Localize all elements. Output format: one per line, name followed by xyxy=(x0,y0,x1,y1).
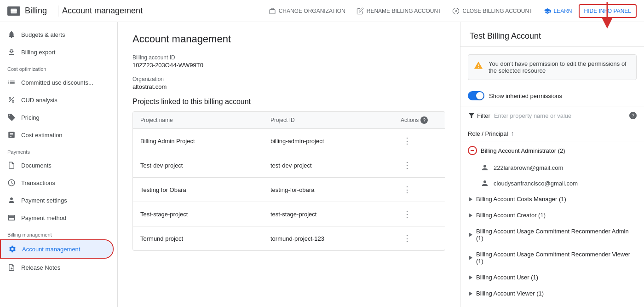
project-id-cell: test-dev-project xyxy=(270,162,401,169)
change-org-label: CHANGE ORGANIZATION xyxy=(279,8,345,14)
role-member: 222larabrown@gmail.com xyxy=(460,160,644,175)
learn-label: LEARN xyxy=(554,8,572,14)
table-row: Billing Admin Project billing-admin-proj… xyxy=(133,129,445,153)
svg-rect-2 xyxy=(270,9,275,13)
role-group-header-0[interactable]: Billing Account Administrator (2) xyxy=(460,141,644,160)
role-group: Billing Account Costs Manager (1) xyxy=(460,191,644,207)
role-group-header-4[interactable]: Billing Account Usage Commitment Recomme… xyxy=(460,246,644,269)
filter-input[interactable] xyxy=(494,112,626,119)
project-actions-cell: ⋮ xyxy=(401,208,437,220)
role-group-header-6[interactable]: Billing Account Viewer (1) xyxy=(460,285,644,301)
role-group-header-2[interactable]: Billing Account Creator (1) xyxy=(460,207,644,223)
role-group: Billing Account Administrator (2) 222lar… xyxy=(460,141,644,191)
sidebar-item-account-management[interactable]: Account management xyxy=(1,240,113,258)
role-group-header-5[interactable]: Billing Account User (1) xyxy=(460,269,644,285)
project-actions-cell: ⋮ xyxy=(401,232,437,245)
role-principal-header: Role / Principal ↑ xyxy=(460,125,644,141)
kebab-menu-button[interactable]: ⋮ xyxy=(401,134,414,147)
projects-section-title: Projects linked to this billing account xyxy=(132,98,445,106)
collapse-circle-icon xyxy=(468,146,477,155)
project-id-cell: test-stage-project xyxy=(270,211,401,218)
rename-billing-account-button[interactable]: RENAME BILLING ACCOUNT xyxy=(352,5,446,17)
billing-icon xyxy=(7,6,20,16)
info-panel-title: Test Billing Account xyxy=(460,22,644,47)
sidebar-item-release-notes[interactable]: Release Notes xyxy=(0,259,114,276)
sidebar-item-payment-method[interactable]: Payment method xyxy=(0,209,114,226)
svg-rect-1 xyxy=(11,10,17,11)
project-name-cell: Test-stage-project xyxy=(140,211,270,218)
project-id-cell: testing-for-obara xyxy=(270,186,401,193)
projects-table: Project name Project ID Actions ? Billin… xyxy=(132,111,445,251)
role-group: Billing Account Usage Commitment Recomme… xyxy=(460,246,644,269)
expand-icon xyxy=(469,213,472,218)
sidebar-item-transactions[interactable]: Transactions xyxy=(0,174,114,191)
role-group-header-3[interactable]: Billing Account Usage Commitment Recomme… xyxy=(460,223,644,246)
kebab-menu-button[interactable]: ⋮ xyxy=(401,159,414,172)
role-group-header-1[interactable]: Billing Account Costs Manager (1) xyxy=(460,191,644,207)
permission-warning-text: You don't have permission to edit the pe… xyxy=(489,60,631,74)
topbar-actions: CHANGE ORGANIZATION RENAME BILLING ACCOU… xyxy=(264,4,637,18)
topbar-billing-title: Billing xyxy=(25,6,47,16)
role-name: Billing Account Administrator (2) xyxy=(481,147,565,154)
role-name: Billing Account Costs Manager (1) xyxy=(476,196,566,203)
role-principal-label: Role / Principal xyxy=(468,130,508,137)
sidebar-item-billing-export[interactable]: Billing export xyxy=(0,43,114,61)
roles-list: Billing Account Administrator (2) 222lar… xyxy=(460,141,644,301)
role-name: Billing Account Usage Commitment Recomme… xyxy=(476,251,637,265)
person-member-icon xyxy=(481,179,489,187)
sort-icon[interactable]: ↑ xyxy=(511,130,514,137)
main-content: Account management Billing account ID 10… xyxy=(118,22,460,307)
layout: Budgets & alerts Billing export Cost opt… xyxy=(0,22,644,307)
show-inherited-toggle[interactable] xyxy=(468,91,484,100)
project-actions-cell: ⋮ xyxy=(401,159,437,172)
sidebar-item-cud[interactable]: CUD analysis xyxy=(0,91,114,109)
toggle-knob xyxy=(476,92,483,99)
sidebar-item-billing-export-label: Billing export xyxy=(21,49,55,56)
sidebar-item-pricing[interactable]: Pricing xyxy=(0,109,114,126)
kebab-menu-button[interactable]: ⋮ xyxy=(401,208,414,220)
card-icon xyxy=(7,214,16,222)
project-name-cell: Testing for Obara xyxy=(140,186,270,193)
cost-optimization-label: Cost optimization xyxy=(0,61,117,74)
sidebar-item-transactions-label: Transactions xyxy=(21,180,55,186)
organization-label: Organization xyxy=(132,76,445,82)
close-billing-account-button[interactable]: CLOSE BILLING ACCOUNT xyxy=(448,5,537,17)
sidebar-item-committed[interactable]: Committed use discounts... xyxy=(0,74,114,91)
hide-panel-label: HIDE INFO PANEL xyxy=(584,8,631,14)
sidebar-item-budgets[interactable]: Budgets & alerts xyxy=(0,26,114,43)
hide-info-panel-button[interactable]: HIDE INFO PANEL xyxy=(580,5,636,17)
list-icon xyxy=(7,78,16,87)
main-title: Account management xyxy=(132,33,445,45)
person-icon xyxy=(7,196,16,204)
sidebar-item-documents[interactable]: Documents xyxy=(0,156,114,174)
kebab-menu-button[interactable]: ⋮ xyxy=(401,232,414,245)
actions-help-icon[interactable]: ? xyxy=(420,116,428,124)
col-actions-header: Actions ? xyxy=(401,116,437,124)
role-group: Billing Account Usage Commitment Recomme… xyxy=(460,223,644,246)
project-rows-container: Billing Admin Project billing-admin-proj… xyxy=(133,129,445,250)
pencil-icon xyxy=(356,7,364,15)
show-inherited-row: Show inherited permissions xyxy=(460,87,644,106)
sidebar-item-payment-settings[interactable]: Payment settings xyxy=(0,191,114,209)
change-organization-button[interactable]: CHANGE ORGANIZATION xyxy=(264,5,350,17)
table-row: Test-stage-project test-stage-project ⋮ xyxy=(133,202,445,226)
filter-help-icon[interactable]: ? xyxy=(629,112,637,119)
topbar-divider xyxy=(58,6,58,17)
learn-button[interactable]: LEARN xyxy=(539,5,577,17)
sidebar-item-documents-label: Documents xyxy=(21,162,52,169)
account-management-border: Account management xyxy=(0,239,114,259)
topbar: Billing Account management CHANGE ORGANI… xyxy=(0,0,644,22)
expand-icon xyxy=(469,291,472,296)
expand-icon xyxy=(469,255,472,260)
bell-icon xyxy=(7,30,16,39)
expand-icon xyxy=(469,232,472,237)
sidebar-item-payment-settings-label: Payment settings xyxy=(21,197,67,204)
building-icon xyxy=(269,7,276,15)
close-billing-label: CLOSE BILLING ACCOUNT xyxy=(462,8,532,14)
calculator-icon xyxy=(7,131,16,139)
kebab-menu-button[interactable]: ⋮ xyxy=(401,183,414,196)
sidebar-item-cost-estimation[interactable]: Cost estimation xyxy=(0,126,114,144)
tag-icon xyxy=(7,113,16,122)
role-name: Billing Account User (1) xyxy=(476,274,538,281)
table-header: Project name Project ID Actions ? xyxy=(133,112,445,129)
